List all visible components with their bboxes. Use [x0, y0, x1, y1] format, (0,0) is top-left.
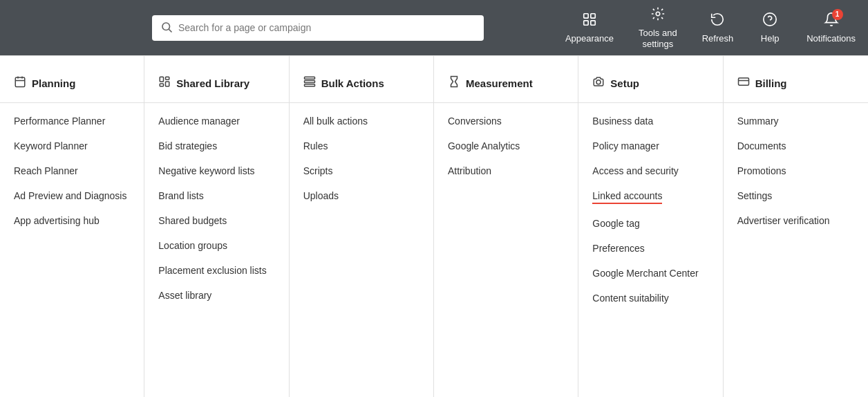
column-header-setup: Setup	[578, 70, 722, 103]
hourglass-icon	[448, 75, 460, 91]
menu-item-conversions[interactable]: Conversions	[434, 109, 578, 133]
menu-item-ad-preview-and-diagnosis[interactable]: Ad Preview and Diagnosis	[0, 183, 144, 208]
appearance-icon	[582, 12, 597, 30]
menu-item-rules[interactable]: Rules	[290, 133, 433, 158]
svg-point-20	[596, 80, 601, 84]
svg-rect-2	[584, 13, 588, 17]
svg-line-1	[169, 29, 171, 32]
menu-item-content-suitability[interactable]: Content suitability	[578, 286, 722, 311]
svg-rect-5	[591, 21, 595, 25]
bulk-icon	[303, 75, 316, 91]
camera-icon	[592, 75, 605, 91]
svg-rect-9	[15, 77, 25, 87]
column-title-planning: Planning	[32, 77, 75, 89]
menu-item-reach-planner[interactable]: Reach Planner	[0, 158, 144, 183]
column-title-bulk-actions: Bulk Actions	[321, 77, 384, 89]
menu-column-planning: Planning Performance PlannerKeyword Plan…	[0, 56, 144, 397]
menu-item-documents[interactable]: Documents	[724, 133, 868, 158]
header-actions: Appearance Tools andsettings Refresh	[553, 0, 868, 55]
svg-rect-14	[166, 77, 169, 80]
notification-badge: 1	[832, 9, 843, 20]
menu-item-summary[interactable]: Summary	[724, 109, 868, 133]
menu-item-location-groups[interactable]: Location groups	[144, 233, 288, 258]
menu-item-performance-planner[interactable]: Performance Planner	[0, 109, 144, 133]
menu-item-settings[interactable]: Settings	[724, 183, 868, 208]
svg-rect-17	[304, 77, 314, 79]
refresh-icon	[710, 12, 725, 30]
menu-item-policy-manager[interactable]: Policy manager	[578, 133, 722, 158]
menu-item-uploads[interactable]: Uploads	[290, 183, 433, 208]
svg-rect-4	[584, 21, 588, 25]
svg-rect-3	[591, 13, 595, 17]
menu-column-setup: Setup Business dataPolicy managerAccess …	[578, 56, 723, 397]
library-icon	[158, 75, 171, 91]
help-label: Help	[761, 33, 780, 44]
menu-grid: Planning Performance PlannerKeyword Plan…	[0, 55, 868, 397]
svg-rect-21	[738, 78, 748, 86]
menu-item-preferences[interactable]: Preferences	[578, 236, 722, 261]
menu-column-measurement: Measurement ConversionsGoogle AnalyticsA…	[434, 56, 578, 397]
menu-item-google-analytics[interactable]: Google Analytics	[434, 133, 578, 158]
menu-item-negative-keyword-lists[interactable]: Negative keyword lists	[144, 158, 288, 183]
menu-item-audience-manager[interactable]: Audience manager	[144, 109, 288, 133]
menu-item-promotions[interactable]: Promotions	[724, 158, 868, 183]
column-header-planning: Planning	[0, 70, 144, 103]
refresh-button[interactable]: Refresh	[690, 0, 746, 55]
column-header-billing: Billing	[724, 70, 868, 103]
svg-rect-16	[160, 84, 164, 86]
svg-point-0	[162, 23, 170, 30]
column-header-shared-library: Shared Library	[144, 70, 288, 103]
svg-rect-13	[160, 77, 164, 82]
menu-column-bulk-actions: Bulk Actions All bulk actionsRulesScript…	[290, 56, 434, 397]
search-input[interactable]	[178, 22, 475, 33]
appearance-label: Appearance	[565, 33, 614, 44]
tools-button[interactable]: Tools andsettings	[626, 0, 690, 55]
menu-item-asset-library[interactable]: Asset library	[144, 283, 288, 308]
menu-column-shared-library: Shared Library Audience managerBid strat…	[144, 56, 289, 397]
menu-item-bid-strategies[interactable]: Bid strategies	[144, 133, 288, 158]
header: Appearance Tools andsettings Refresh	[0, 0, 868, 55]
calendar-icon	[14, 75, 26, 91]
svg-point-7	[764, 13, 776, 26]
column-title-shared-library: Shared Library	[176, 77, 249, 89]
search-icon	[160, 21, 173, 35]
menu-item-google-tag[interactable]: Google tag	[578, 211, 722, 236]
menu-item-business-data[interactable]: Business data	[578, 109, 722, 133]
card-icon	[737, 75, 750, 91]
column-header-bulk-actions: Bulk Actions	[290, 70, 433, 103]
menu-item-linked-accounts[interactable]: Linked accounts	[578, 183, 722, 211]
column-title-setup: Setup	[610, 77, 639, 89]
menu-item-google-merchant-center[interactable]: Google Merchant Center	[578, 261, 722, 286]
search-bar[interactable]	[152, 15, 484, 41]
notifications-button[interactable]: 1 Notifications	[794, 0, 868, 55]
menu-item-keyword-planner[interactable]: Keyword Planner	[0, 133, 144, 158]
menu-item-app-advertising-hub[interactable]: App advertising hub	[0, 208, 144, 233]
help-button[interactable]: Help	[746, 0, 794, 55]
svg-rect-15	[166, 82, 169, 86]
notifications-label: Notifications	[806, 33, 856, 44]
column-title-billing: Billing	[755, 77, 787, 89]
bell-icon: 1	[824, 12, 839, 30]
tools-icon	[650, 6, 666, 25]
menu-item-all-bulk-actions[interactable]: All bulk actions	[290, 109, 433, 133]
menu-item-brand-lists[interactable]: Brand lists	[144, 183, 288, 208]
column-header-measurement: Measurement	[434, 70, 578, 103]
refresh-label: Refresh	[702, 33, 734, 44]
column-title-measurement: Measurement	[466, 77, 533, 89]
menu-item-placement-exclusion-lists[interactable]: Placement exclusion lists	[144, 258, 288, 283]
menu-item-shared-budgets[interactable]: Shared budgets	[144, 208, 288, 233]
appearance-button[interactable]: Appearance	[553, 0, 626, 55]
menu-item-attribution[interactable]: Attribution	[434, 158, 578, 183]
svg-rect-18	[304, 81, 314, 83]
menu-item-access-and-security[interactable]: Access and security	[578, 158, 722, 183]
menu-item-scripts[interactable]: Scripts	[290, 158, 433, 183]
menu-item-advertiser-verification[interactable]: Advertiser verification	[724, 208, 868, 233]
menu-column-billing: Billing SummaryDocumentsPromotionsSettin…	[724, 56, 868, 397]
svg-point-6	[656, 12, 660, 16]
help-icon	[762, 12, 777, 30]
svg-rect-19	[304, 84, 314, 86]
tools-label: Tools andsettings	[639, 28, 677, 49]
